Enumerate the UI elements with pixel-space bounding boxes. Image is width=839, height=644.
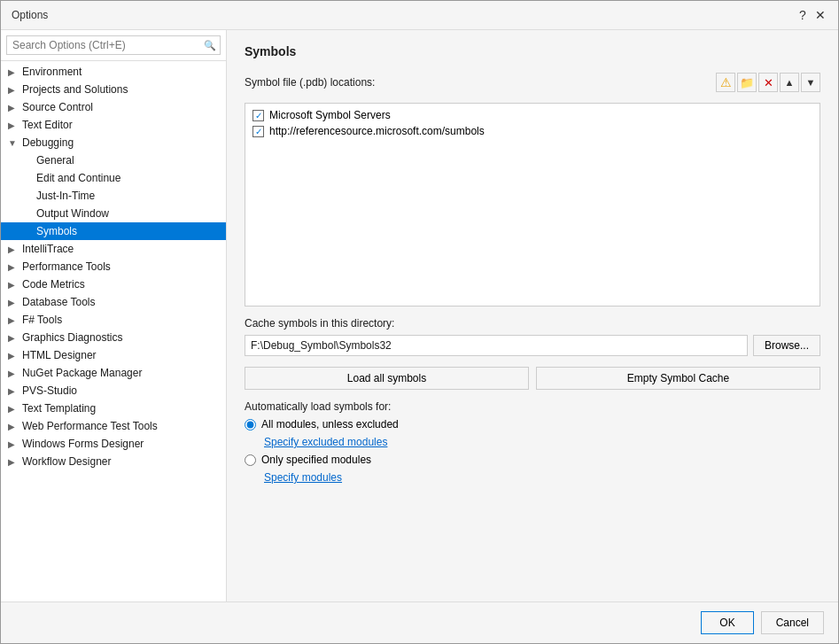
- tree-item-label: Environment: [22, 66, 82, 78]
- left-panel: 🔍 ▶Environment▶Projects and Solutions▶So…: [1, 30, 227, 601]
- tree-item-label: Edit and Continue: [36, 172, 120, 184]
- tree-item-debugging[interactable]: ▼Debugging: [1, 134, 226, 151]
- tree-item-pvs-studio[interactable]: ▶PVS-Studio: [1, 382, 226, 400]
- radio-specified-modules[interactable]: [245, 454, 256, 466]
- tree-item-database-tools[interactable]: ▶Database Tools: [1, 293, 226, 311]
- expand-icon: ▶: [8, 85, 19, 95]
- tree-item-projects-solutions[interactable]: ▶Projects and Solutions: [1, 81, 226, 98]
- tree-item-label: Text Editor: [22, 119, 73, 131]
- radio-all-modules-label: All modules, unless excluded: [261, 418, 399, 431]
- toolbar-icons: ⚠ 📁 ✕ ▲ ▼: [716, 73, 820, 92]
- empty-symbol-cache-button[interactable]: Empty Symbol Cache: [536, 367, 820, 390]
- radio-specified-label: Only specified modules: [261, 454, 371, 466]
- symbol-locations-label: Symbol file (.pdb) locations:: [245, 76, 375, 89]
- tree-item-web-perf-test[interactable]: ▶Web Performance Test Tools: [1, 417, 226, 435]
- specify-modules-link[interactable]: Specify modules: [264, 471, 820, 484]
- symbol-list: ✓Microsoft Symbol Servers✓http://referen…: [245, 103, 820, 306]
- tree-item-label: IntelliTrace: [22, 243, 74, 255]
- tree-item-label: Web Performance Test Tools: [22, 420, 158, 432]
- footer-buttons: OK Cancel: [1, 601, 838, 643]
- expand-icon: ▶: [8, 103, 19, 113]
- options-dialog: Options ? ✕ 🔍 ▶Environment▶Projects and …: [0, 0, 839, 644]
- folder-button[interactable]: 📁: [737, 73, 757, 92]
- cache-section: Cache symbols in this directory: Browse.…: [245, 317, 820, 356]
- tree-item-source-control[interactable]: ▶Source Control: [1, 98, 226, 116]
- expand-icon: ▶: [8, 315, 19, 325]
- symbol-item-label: http://referencesource.microsoft.com/sum…: [269, 125, 485, 137]
- section-title: Symbols: [245, 44, 820, 58]
- cache-input-row: Browse...: [245, 335, 820, 356]
- content-area: 🔍 ▶Environment▶Projects and Solutions▶So…: [1, 30, 838, 601]
- warning-icon: ⚠: [720, 75, 732, 89]
- help-button[interactable]: ?: [796, 8, 810, 22]
- tree-item-output-window[interactable]: Output Window: [1, 205, 226, 222]
- folder-icon: 📁: [740, 76, 754, 89]
- expand-icon: ▶: [8, 422, 19, 431]
- tree-item-workflow-designer[interactable]: ▶Workflow Designer: [1, 453, 226, 470]
- close-button[interactable]: ✕: [813, 8, 827, 22]
- expand-icon: ▶: [8, 386, 19, 396]
- load-all-symbols-button[interactable]: Load all symbols: [245, 367, 529, 390]
- expand-icon: ▶: [8, 262, 19, 272]
- tree-item-label: Database Tools: [22, 296, 96, 308]
- tree-item-just-in-time[interactable]: Just-In-Time: [1, 187, 226, 205]
- move-down-button[interactable]: ▼: [801, 73, 820, 92]
- cancel-button[interactable]: Cancel: [761, 611, 824, 634]
- tree-item-code-metrics[interactable]: ▶Code Metrics: [1, 275, 226, 293]
- tree-item-intellitrace[interactable]: ▶IntelliTrace: [1, 240, 226, 258]
- tree-item-label: Projects and Solutions: [22, 83, 128, 96]
- tree-item-html-designer[interactable]: ▶HTML Designer: [1, 346, 226, 364]
- symbol-checkbox[interactable]: ✓: [252, 126, 264, 137]
- tree-item-label: HTML Designer: [22, 349, 97, 361]
- symbol-checkbox[interactable]: ✓: [252, 110, 264, 121]
- tree-item-label: Windows Forms Designer: [22, 438, 144, 450]
- tree-item-text-templating[interactable]: ▶Text Templating: [1, 400, 226, 417]
- expand-icon: ▶: [8, 333, 19, 343]
- ok-button[interactable]: OK: [701, 611, 753, 634]
- delete-icon: ✕: [764, 76, 773, 89]
- symbol-list-item: ✓Microsoft Symbol Servers: [249, 107, 816, 123]
- warning-button[interactable]: ⚠: [716, 73, 735, 92]
- tree-item-label: Code Metrics: [22, 278, 85, 291]
- move-up-button[interactable]: ▲: [780, 73, 799, 92]
- tree-item-windows-forms-designer[interactable]: ▶Windows Forms Designer: [1, 435, 226, 453]
- tree-item-label: Symbols: [36, 225, 77, 237]
- tree-item-label: Workflow Designer: [22, 455, 111, 468]
- specify-excluded-modules-link[interactable]: Specify excluded modules: [264, 436, 820, 448]
- expand-icon: ▶: [8, 351, 19, 361]
- title-bar-controls: ? ✕: [796, 8, 827, 22]
- tree-item-label: Source Control: [22, 101, 93, 113]
- tree-item-label: Performance Tools: [22, 260, 111, 273]
- radio-all-modules[interactable]: [245, 419, 256, 431]
- expand-icon: ▶: [8, 439, 19, 449]
- symbol-locations-header: Symbol file (.pdb) locations: ⚠ 📁 ✕ ▲: [245, 73, 820, 92]
- tree-item-performance-tools[interactable]: ▶Performance Tools: [1, 258, 226, 275]
- expand-icon: ▶: [8, 457, 19, 467]
- dialog-title: Options: [12, 9, 48, 21]
- radio-all-modules-row: All modules, unless excluded: [245, 418, 820, 431]
- title-bar-left: Options: [12, 9, 48, 21]
- title-bar: Options ? ✕: [1, 1, 838, 30]
- symbol-item-label: Microsoft Symbol Servers: [269, 109, 391, 121]
- search-wrapper: 🔍: [6, 35, 221, 55]
- tree-item-general[interactable]: General: [1, 151, 226, 169]
- expand-icon: ▼: [8, 138, 19, 148]
- delete-button[interactable]: ✕: [758, 73, 778, 92]
- up-icon: ▲: [785, 77, 795, 88]
- tree-item-nuget-package-manager[interactable]: ▶NuGet Package Manager: [1, 364, 226, 382]
- tree-item-fsharp-tools[interactable]: ▶F# Tools: [1, 311, 226, 329]
- expand-icon: ▶: [8, 404, 19, 414]
- tree-item-edit-continue[interactable]: Edit and Continue: [1, 169, 226, 187]
- tree-item-graphics-diagnostics[interactable]: ▶Graphics Diagnostics: [1, 329, 226, 346]
- browse-button[interactable]: Browse...: [753, 335, 820, 356]
- symbol-list-item: ✓http://referencesource.microsoft.com/su…: [249, 123, 816, 139]
- cache-label: Cache symbols in this directory:: [245, 317, 820, 330]
- tree-item-symbols[interactable]: Symbols: [1, 222, 226, 240]
- search-input[interactable]: [6, 35, 221, 55]
- tree-item-text-editor[interactable]: ▶Text Editor: [1, 116, 226, 134]
- auto-load-section: Automatically load symbols for: All modu…: [245, 400, 820, 484]
- down-icon: ▼: [806, 77, 816, 88]
- tree-item-environment[interactable]: ▶Environment: [1, 63, 226, 81]
- cache-directory-input[interactable]: [245, 335, 748, 356]
- tree-item-label: PVS-Studio: [22, 384, 77, 397]
